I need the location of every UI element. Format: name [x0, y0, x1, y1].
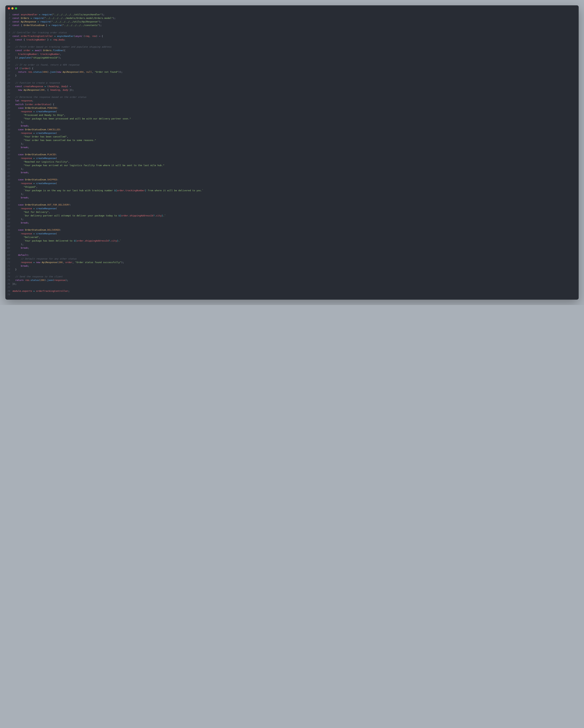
code-line[interactable]: [12, 250, 575, 253]
code-line[interactable]: response = createResponse(: [12, 232, 575, 235]
line-number: 70: [7, 261, 10, 264]
code-line[interactable]: const orderTrackingController = asyncHan…: [12, 34, 575, 38]
line-number: 15: [7, 63, 10, 67]
code-line[interactable]: const Orders = require("../../../../../m…: [12, 17, 575, 20]
code-line[interactable]: `Your package is on the way to our last …: [12, 189, 575, 192]
code-editor[interactable]: 1234567891011121314151617181920212223242…: [5, 11, 579, 300]
code-line[interactable]: );: [12, 142, 575, 146]
code-line[interactable]: `Our delivery partner will attempt to de…: [12, 214, 575, 217]
code-line[interactable]: switch (order.orderStatus) {: [12, 103, 575, 106]
code-line[interactable]: return res.status(200).json(response);: [12, 279, 575, 282]
line-number: 48: [7, 182, 10, 185]
code-line[interactable]: response = createResponse(: [12, 207, 575, 210]
code-line[interactable]: break;: [12, 171, 575, 174]
code-line[interactable]: // If no order is found, return a 404 re…: [12, 63, 575, 67]
code-line[interactable]: "Your package has arrived at our logisti…: [12, 164, 575, 167]
code-line[interactable]: );: [12, 167, 575, 171]
code-line[interactable]: if (!order) {: [12, 67, 575, 70]
code-line[interactable]: module.exports = orderTrackingController…: [12, 289, 575, 293]
zoom-icon[interactable]: [15, 7, 17, 9]
line-number: 16: [7, 67, 10, 70]
code-line[interactable]: break;: [12, 221, 575, 225]
code-line[interactable]: // Determine the response based on the o…: [12, 95, 575, 99]
code-line[interactable]: "Reached our Logistics Facility",: [12, 160, 575, 164]
code-line[interactable]: case OrderStatusEnum.SHIPPED:: [12, 178, 575, 181]
code-line[interactable]: response = new ApiResponse(200, order, "…: [12, 261, 575, 264]
code-line[interactable]: break;: [12, 146, 575, 149]
line-number: 9: [7, 42, 10, 45]
code-line[interactable]: [12, 225, 575, 228]
code-line[interactable]: response = createResponse(: [12, 157, 575, 160]
code-line[interactable]: case OrderStatusEnum.DELIVERED:: [12, 228, 575, 232]
code-line[interactable]: [12, 78, 575, 81]
code-line[interactable]: const { trackingNumber } = req.body;: [12, 38, 575, 42]
line-number: 59: [7, 221, 10, 225]
close-icon[interactable]: [8, 7, 10, 9]
code-line[interactable]: [12, 27, 575, 31]
code-line[interactable]: response = createResponse(: [12, 131, 575, 135]
code-line[interactable]: });: [12, 282, 575, 286]
code-line[interactable]: [12, 286, 575, 289]
code-line[interactable]: [12, 92, 575, 95]
code-line[interactable]: );: [12, 242, 575, 246]
line-number: 62: [7, 232, 10, 235]
code-line[interactable]: trackingNumber: trackingNumber,: [12, 52, 575, 56]
code-line[interactable]: [12, 149, 575, 153]
line-number: 37: [7, 142, 10, 146]
code-line[interactable]: [12, 200, 575, 203]
code-line[interactable]: "Processed and Ready to Ship",: [12, 113, 575, 117]
code-line[interactable]: const createResponse = (heading, body) ⇒: [12, 85, 575, 88]
line-number: 18: [7, 74, 10, 77]
line-number: 3: [7, 20, 10, 24]
code-line[interactable]: response = createResponse(: [12, 110, 575, 113]
code-line[interactable]: "Your Order has been cancelled",: [12, 135, 575, 138]
code-line[interactable]: "Your order has been cancelled due to so…: [12, 138, 575, 142]
code-line[interactable]: break;: [12, 196, 575, 200]
line-number: 13: [7, 56, 10, 59]
code-line[interactable]: response = createResponse(: [12, 182, 575, 185]
line-number: 51: [7, 192, 10, 196]
code-line[interactable]: const order = await Orders.findOne({: [12, 49, 575, 52]
code-line[interactable]: }).populate("shippingAddressId");: [12, 56, 575, 59]
code-line[interactable]: // Default response for any other status: [12, 257, 575, 261]
code-area[interactable]: const asyncHandler = require("../../../.…: [12, 13, 579, 296]
code-line[interactable]: "Delivered",: [12, 235, 575, 239]
code-line[interactable]: [12, 174, 575, 178]
minimize-icon[interactable]: [11, 7, 13, 9]
line-number: 72: [7, 268, 10, 271]
line-number: 17: [7, 70, 10, 74]
code-line[interactable]: default:: [12, 253, 575, 257]
code-line[interactable]: break;: [12, 124, 575, 128]
code-line[interactable]: // Send the response to the client: [12, 275, 575, 279]
code-line[interactable]: }: [12, 268, 575, 271]
code-line[interactable]: );: [12, 121, 575, 124]
code-line[interactable]: [12, 59, 575, 63]
code-line[interactable]: break;: [12, 246, 575, 250]
code-line[interactable]: const ApiResponse = require("../../../..…: [12, 20, 575, 24]
code-line[interactable]: case OrderStatusEnum.PLACED:: [12, 153, 575, 156]
code-line[interactable]: new ApiResponse(200, { heading, body });: [12, 88, 575, 92]
code-line[interactable]: "Shipped",: [12, 185, 575, 189]
code-line[interactable]: const asyncHandler = require("../../../.…: [12, 13, 575, 17]
code-line[interactable]: // Fetch order based on tracking number …: [12, 45, 575, 49]
code-line[interactable]: // Controller for tracking order status: [12, 31, 575, 34]
code-line[interactable]: // Function to create a response: [12, 81, 575, 85]
code-line[interactable]: "Out for Delivery",: [12, 210, 575, 214]
code-line[interactable]: }: [12, 74, 575, 77]
code-line[interactable]: let response;: [12, 99, 575, 103]
code-line[interactable]: return res.status(404).json(new ApiRespo…: [12, 70, 575, 74]
code-line[interactable]: `Your package has been delivered to ${or…: [12, 239, 575, 242]
code-line[interactable]: break;: [12, 264, 575, 268]
code-line[interactable]: [12, 293, 575, 296]
line-number: 74: [7, 275, 10, 279]
code-line[interactable]: );: [12, 217, 575, 221]
code-line[interactable]: );: [12, 192, 575, 196]
code-line[interactable]: case OrderStatusEnum.OUT_FOR_DELIVERY:: [12, 203, 575, 207]
code-line[interactable]: case OrderStatusEnum.CANCELLED:: [12, 128, 575, 131]
code-line[interactable]: [12, 271, 575, 275]
code-line[interactable]: "Your package has been processed and wil…: [12, 117, 575, 121]
line-number: 27: [7, 106, 10, 110]
code-line[interactable]: [12, 42, 575, 45]
code-line[interactable]: case OrderStatusEnum.PENDING:: [12, 106, 575, 110]
code-line[interactable]: const { OrderStatusEnum } = require("../…: [12, 24, 575, 27]
